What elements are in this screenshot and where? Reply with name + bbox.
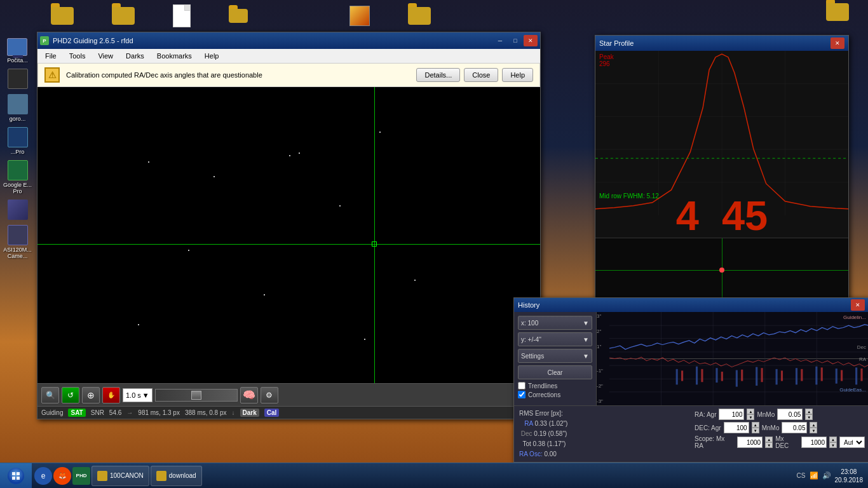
ie-icon[interactable]: e bbox=[34, 467, 52, 485]
dropdown-arrow-icon: ▼ bbox=[142, 391, 149, 399]
exposure-select[interactable]: 1.0 s ▼ bbox=[123, 388, 153, 402]
dec-mnmo-up[interactable]: ▲ bbox=[810, 422, 817, 428]
desktop-icon-camera[interactable]: ASI120M... Came... bbox=[2, 225, 34, 259]
crosshair-horizontal bbox=[37, 244, 540, 245]
clear-button[interactable]: Clear bbox=[518, 365, 592, 379]
dec-agr-label: DEC: Agr bbox=[695, 424, 721, 431]
controls-right: RA: Agr ▲ ▼ MnMo ▲ ▼ DEC: Agr bbox=[695, 409, 865, 459]
rms-status: 388 ms, 0.8 px bbox=[185, 409, 227, 416]
desktop-icon-app1[interactable] bbox=[8, 69, 28, 89]
svg-rect-22 bbox=[736, 370, 738, 386]
desktop-icon-folder4[interactable] bbox=[408, 7, 431, 25]
desktop-icon-folder2[interactable] bbox=[112, 7, 135, 25]
svg-rect-32 bbox=[741, 370, 743, 381]
phd2-close-button[interactable]: ✕ bbox=[524, 35, 538, 46]
auto-select[interactable]: Auto bbox=[839, 437, 865, 448]
alert-buttons: Details... Close Help bbox=[416, 68, 533, 82]
crosshair-vertical bbox=[374, 87, 375, 383]
details-button[interactable]: Details... bbox=[416, 68, 460, 82]
ra-agr-down[interactable]: ▼ bbox=[747, 414, 754, 420]
firefox-icon[interactable]: 🦊 bbox=[53, 467, 71, 485]
folder-taskbar-icon bbox=[97, 471, 107, 481]
desktop-icon-folder5[interactable] bbox=[826, 3, 849, 21]
menu-view[interactable]: View bbox=[93, 51, 118, 61]
folder-taskbar-icon2 bbox=[156, 471, 166, 481]
imaging-area bbox=[37, 87, 540, 383]
scope-controls-row: Scope: Mx RA ▲ ▼ Mx DEC ▲ ▼ Auto bbox=[695, 435, 865, 449]
x-scale-control[interactable]: x: 100 ▼ bbox=[518, 316, 592, 330]
dec-agr-down[interactable]: ▼ bbox=[752, 428, 759, 433]
brain-button[interactable]: 🧠 bbox=[240, 387, 258, 403]
start-button[interactable] bbox=[0, 463, 32, 489]
ra-mnmo-label: MnMo bbox=[757, 411, 775, 418]
trendlines-checkbox[interactable] bbox=[518, 382, 526, 390]
stop-button[interactable]: ✋ bbox=[102, 387, 120, 403]
ra-osc-value: 0.00 bbox=[544, 451, 556, 458]
statusbar: Guiding SAT SNR 54.6 → 981 ms, 1.3 px 38… bbox=[37, 406, 540, 419]
history-stats: RMS Error [px]: RA 0.33 (1.02") Dec 0.19… bbox=[514, 405, 868, 462]
scope-mx-ra-down[interactable]: ▼ bbox=[765, 442, 773, 448]
y-scale-control[interactable]: y: +/-4'' ▼ bbox=[518, 332, 592, 346]
desktop-icon-folder1[interactable] bbox=[51, 7, 74, 25]
desktop-icon-image2[interactable] bbox=[8, 200, 28, 220]
desktop-icon-folder3[interactable] bbox=[229, 9, 248, 23]
desktop-icon-user[interactable]: goro... bbox=[8, 94, 28, 122]
scope-mx-ra-up[interactable]: ▲ bbox=[765, 437, 773, 442]
settings-control[interactable]: Settings ▼ bbox=[518, 349, 592, 363]
ra-agr-input[interactable] bbox=[719, 409, 744, 420]
desktop-icon-pro[interactable]: ...Pro bbox=[8, 127, 28, 155]
mx-dec-input[interactable] bbox=[801, 437, 827, 448]
dec-agr-input[interactable] bbox=[724, 422, 749, 433]
star-dot bbox=[364, 339, 365, 340]
menu-file[interactable]: File bbox=[40, 51, 62, 61]
desktop-icon-doc1[interactable] bbox=[173, 4, 191, 27]
crosshair-button[interactable]: ⊕ bbox=[82, 387, 100, 403]
exposure-status: 981 ms, 1.3 px bbox=[138, 409, 180, 416]
ra-mnmo-down[interactable]: ▼ bbox=[805, 414, 813, 420]
ra-mnmo-up[interactable]: ▲ bbox=[805, 409, 813, 414]
snr-label: SNR bbox=[91, 409, 104, 416]
desktop-icon-image1[interactable] bbox=[349, 6, 370, 26]
history-titlebar: History ✕ bbox=[514, 298, 868, 312]
ra-stats-row: RA 0.33 (1.02") bbox=[519, 419, 689, 429]
dec-agr-up[interactable]: ▲ bbox=[752, 422, 759, 428]
taskbar-item-download[interactable]: download bbox=[151, 466, 202, 486]
settings-button[interactable]: ⚙ bbox=[261, 387, 278, 403]
help-button[interactable]: Help bbox=[502, 68, 533, 82]
mx-dec-spinner: ▲ ▼ bbox=[829, 437, 837, 448]
guideeast-label-bottom: GuideEas... bbox=[839, 387, 866, 393]
thumb-star-marker bbox=[719, 268, 724, 273]
dec-mnmo-input[interactable] bbox=[782, 422, 807, 433]
profile-chart: Peak 296 bbox=[595, 51, 848, 238]
star-dot bbox=[299, 152, 300, 154]
dec-mnmo-down[interactable]: ▼ bbox=[810, 428, 817, 433]
menu-bookmarks[interactable]: Bookmarks bbox=[152, 51, 197, 61]
phd2-maximize-button[interactable]: □ bbox=[508, 35, 522, 46]
corrections-checkbox[interactable] bbox=[518, 391, 526, 398]
menu-darks[interactable]: Darks bbox=[121, 51, 149, 61]
loop-button[interactable]: 🔍 bbox=[41, 387, 59, 403]
taskbar-items: e 🦊 PHD 100CANON download bbox=[32, 463, 792, 488]
language-indicator: CS bbox=[797, 472, 806, 479]
ra-mnmo-input[interactable] bbox=[777, 409, 803, 420]
ra-agr-up[interactable]: ▲ bbox=[747, 409, 754, 414]
history-close-button[interactable]: ✕ bbox=[851, 299, 865, 311]
exposure-slider[interactable] bbox=[155, 389, 238, 402]
scope-mx-ra-input[interactable] bbox=[737, 437, 763, 448]
menu-help[interactable]: Help bbox=[200, 51, 224, 61]
close-alert-button[interactable]: Close bbox=[464, 68, 498, 82]
guide-button[interactable]: ↺ bbox=[62, 387, 79, 403]
phd2-taskbar-icon[interactable]: PHD bbox=[72, 467, 90, 485]
dec-stats-row: Dec 0.19 (0.58") bbox=[519, 429, 689, 439]
ra-stats-value: 0.33 (1.02") bbox=[534, 420, 567, 427]
desktop-icon-google-pro[interactable]: Google E... Pro bbox=[2, 160, 34, 194]
phd2-minimize-button[interactable]: ─ bbox=[493, 35, 507, 46]
mx-dec-down[interactable]: ▼ bbox=[829, 442, 837, 448]
taskbar-item-100canon[interactable]: 100CANON bbox=[92, 466, 149, 486]
fwhm-label: Mid row FWHM: 5.12 bbox=[599, 193, 659, 200]
menu-tools[interactable]: Tools bbox=[64, 51, 91, 61]
star-profile-controls: ✕ bbox=[831, 37, 844, 49]
desktop-icon-computer[interactable]: Počita... bbox=[7, 38, 28, 64]
star-profile-close-button[interactable]: ✕ bbox=[831, 37, 844, 49]
mx-dec-up[interactable]: ▲ bbox=[829, 437, 837, 442]
